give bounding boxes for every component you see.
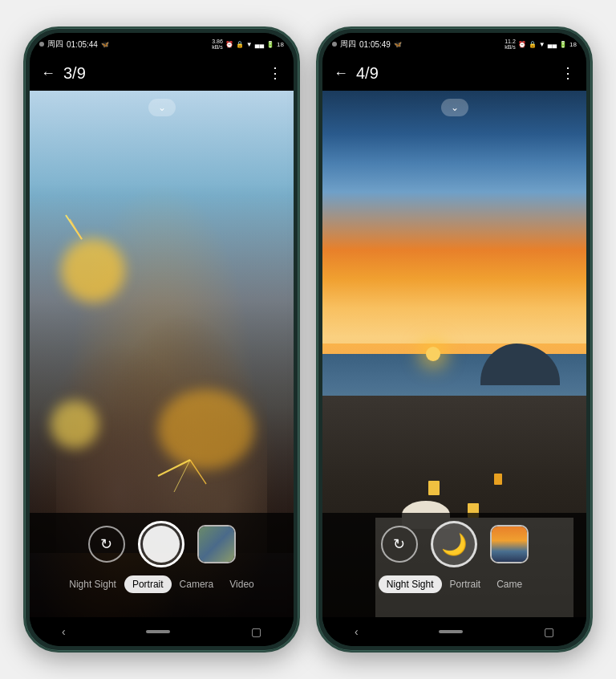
- photo-area-right: ⌄ ↻ 🌙: [322, 91, 586, 617]
- more-button-right[interactable]: ⋮: [561, 64, 575, 82]
- mode-night-sight-left[interactable]: Night Sight: [61, 575, 124, 593]
- back-button-left[interactable]: ←: [41, 65, 55, 82]
- signal-icon-r: ▄▄: [548, 41, 557, 48]
- status-clock-left: 01:05:44: [67, 40, 98, 49]
- lock-icon-r: 🔒: [529, 41, 537, 48]
- home-pill-left[interactable]: [146, 630, 170, 633]
- status-time-right: 周四: [340, 39, 356, 50]
- back-nav-left[interactable]: ‹: [62, 625, 66, 638]
- recent-nav-right[interactable]: ▢: [544, 625, 554, 638]
- status-emoji-right: 🦋: [394, 41, 402, 48]
- photo-counter-left: 3/9: [63, 64, 268, 83]
- thumbnail-button-right[interactable]: [490, 525, 529, 563]
- nav-bar-left: ‹ ▢: [30, 617, 294, 646]
- mode-labels-left: Night Sight Portrait Camera Video: [61, 575, 262, 593]
- back-nav-right[interactable]: ‹: [355, 625, 359, 638]
- status-clock-right: 01:05:49: [359, 40, 391, 49]
- rotate-button-left[interactable]: ↻: [88, 526, 125, 563]
- data-speed-left: 3.86kB/s: [212, 39, 223, 50]
- sky: [322, 91, 586, 380]
- battery-icon-r: 🔋: [559, 41, 567, 48]
- phone-body-left: 周四 01:05:44 🦋 3.86kB/s ⏰ 🔒 ▼ ▄▄ 🔋 18 ← 3…: [23, 26, 300, 653]
- more-button-left[interactable]: ⋮: [268, 64, 282, 82]
- signal-icon: ▄▄: [255, 41, 264, 48]
- alarm-icon: ⏰: [225, 41, 233, 48]
- lock-icon: 🔒: [236, 41, 244, 48]
- status-bar-left: 周四 01:05:44 🦋 3.86kB/s ⏰ 🔒 ▼ ▄▄ 🔋 18: [30, 33, 294, 55]
- app-bar-left: ← 3/9 ⋮: [30, 55, 294, 91]
- status-bar-right: 周四 01:05:49 🦋 11.2kB/s ⏰ 🔒 ▼ ▄▄ 🔋 18: [322, 33, 586, 55]
- bottom-controls-left: ↻ Night Sight Portrait Camera Video: [30, 513, 294, 617]
- status-left: 周四 01:05:44 🦋: [39, 39, 109, 50]
- chevron-down-icon: ⌄: [158, 102, 166, 113]
- mode-labels-right: Night Sight Portrait Came: [379, 575, 530, 593]
- data-speed-right: 11.2kB/s: [505, 39, 516, 50]
- signal-dot-right: [332, 42, 337, 47]
- bottom-controls-right: ↻ 🌙 Night Sight Portrait Came: [322, 513, 586, 617]
- mode-portrait-right[interactable]: Portrait: [442, 575, 489, 593]
- svg-line-3: [190, 460, 206, 484]
- mode-camera-left[interactable]: Camera: [172, 575, 222, 593]
- alarm-icon-r: ⏰: [518, 41, 526, 48]
- sun: [426, 347, 440, 361]
- phone-left: 周四 01:05:44 🦋 3.86kB/s ⏰ 🔒 ▼ ▄▄ 🔋 18 ← 3…: [23, 26, 300, 653]
- signal-dot: [39, 42, 44, 47]
- nav-bar-right: ‹ ▢: [322, 617, 586, 646]
- status-left-right: 周四 01:05:49 🦋: [332, 39, 402, 50]
- status-right-left: 3.86kB/s ⏰ 🔒 ▼ ▄▄ 🔋 18: [212, 39, 284, 50]
- back-button-right[interactable]: ←: [334, 65, 348, 82]
- photo-area-left: ⌄ ↻ N: [30, 91, 294, 617]
- svg-line-2: [158, 460, 190, 476]
- mode-night-sight-right[interactable]: Night Sight: [379, 575, 442, 593]
- night-shutter-button[interactable]: 🌙: [431, 521, 477, 567]
- status-time-left: 周四: [47, 39, 63, 50]
- battery-num-r: 18: [569, 41, 577, 48]
- window-1: [428, 481, 440, 495]
- shutter-button-left[interactable]: [138, 521, 184, 567]
- thumbnail-button-left[interactable]: [197, 525, 236, 563]
- battery-icon: 🔋: [266, 41, 274, 48]
- mode-camera-right[interactable]: Came: [488, 575, 530, 593]
- rotate-button-right[interactable]: ↻: [381, 526, 418, 563]
- mode-buttons-row-left: ↻: [88, 521, 236, 567]
- status-emoji-left: 🦋: [101, 41, 109, 48]
- wifi-icon-r: ▼: [539, 41, 545, 48]
- phone-right: 周四 01:05:49 🦋 11.2kB/s ⏰ 🔒 ▼ ▄▄ 🔋 18 ← 4…: [316, 26, 593, 653]
- status-right-right: 11.2kB/s ⏰ 🔒 ▼ ▄▄ 🔋 18: [505, 39, 577, 50]
- moon-icon: 🌙: [441, 532, 467, 557]
- phone-screen-right: 周四 01:05:49 🦋 11.2kB/s ⏰ 🔒 ▼ ▄▄ 🔋 18 ← 4…: [322, 33, 586, 646]
- svg-line-1: [70, 219, 82, 239]
- app-bar-right: ← 4/9 ⋮: [322, 55, 586, 91]
- window-3: [494, 474, 502, 485]
- mode-buttons-row-right: ↻ 🌙: [381, 521, 529, 567]
- recent-nav-left[interactable]: ▢: [251, 625, 261, 638]
- thumbnail-image: [199, 527, 234, 562]
- shutter-inner: [143, 526, 180, 563]
- phone-body-right: 周四 01:05:49 🦋 11.2kB/s ⏰ 🔒 ▼ ▄▄ 🔋 18 ← 4…: [316, 26, 593, 653]
- mode-portrait-left[interactable]: Portrait: [124, 575, 172, 593]
- rotate-icon-r: ↻: [393, 535, 405, 553]
- phone-screen-left: 周四 01:05:44 🦋 3.86kB/s ⏰ 🔒 ▼ ▄▄ 🔋 18 ← 3…: [30, 33, 294, 646]
- wifi-icon: ▼: [246, 41, 253, 48]
- chevron-down-icon-r: ⌄: [451, 102, 459, 113]
- thumbnail-sunset-image: [492, 527, 527, 562]
- photo-counter-right: 4/9: [356, 64, 561, 83]
- dropdown-button-left[interactable]: ⌄: [148, 99, 176, 116]
- home-pill-right[interactable]: [439, 630, 463, 633]
- dropdown-button-right[interactable]: ⌄: [441, 99, 468, 116]
- rotate-icon: ↻: [100, 535, 112, 553]
- mode-video-left[interactable]: Video: [221, 575, 261, 593]
- battery-num: 18: [277, 41, 284, 48]
